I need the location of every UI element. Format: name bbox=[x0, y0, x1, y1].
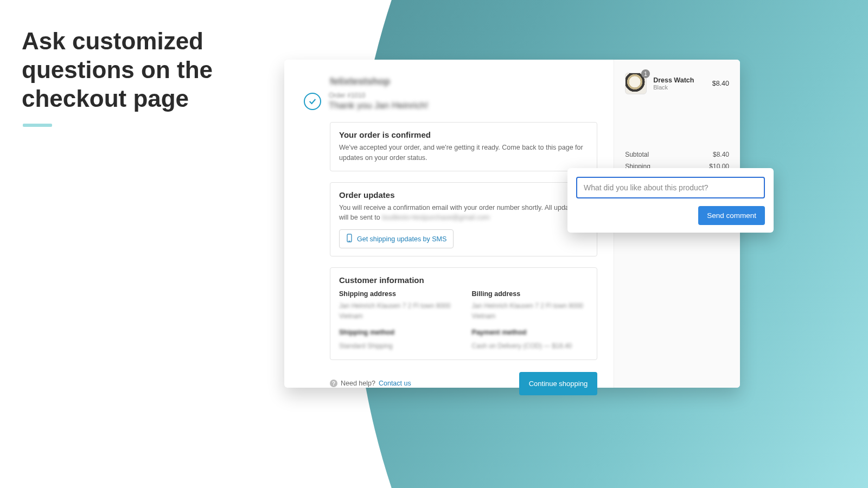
billing-address-heading: Billing address bbox=[472, 290, 589, 298]
customer-info-title: Customer information bbox=[339, 275, 588, 285]
product-qty-badge: 1 bbox=[641, 69, 650, 78]
shipping-method-value: Standard Shipping bbox=[339, 341, 456, 351]
question-icon: ? bbox=[330, 380, 337, 387]
checkout-window: felixtestshop Order #1010 Thank you Jan … bbox=[284, 60, 740, 388]
sms-updates-button[interactable]: Get shipping updates by SMS bbox=[339, 229, 454, 248]
order-confirmed-body: We've accepted your order, and we're get… bbox=[339, 143, 588, 163]
payment-method-value: Cash on Delivery (COD) — $18.40 bbox=[472, 341, 589, 351]
product-price: $8.40 bbox=[712, 80, 729, 87]
order-number: Order #1010 bbox=[329, 92, 428, 99]
billing-address-block: Jan Heinrich Klausen 7 2 Fl town 8000 Vi… bbox=[472, 301, 589, 322]
summary-product-row: 1 Dress Watch Black $8.40 bbox=[625, 73, 729, 94]
order-confirmed-card: Your order is confirmed We've accepted y… bbox=[330, 122, 597, 171]
product-name: Dress Watch bbox=[653, 76, 706, 84]
order-updates-title: Order updates bbox=[339, 190, 588, 200]
shipping-address-block: Jan Heinrich Klausen 7 2 Fl town 8000 Vi… bbox=[339, 301, 456, 322]
checkmark-icon bbox=[304, 93, 321, 110]
checkout-main: felixtestshop Order #1010 Thank you Jan … bbox=[284, 60, 614, 388]
sms-updates-label: Get shipping updates by SMS bbox=[357, 235, 446, 243]
customer-info-card: Customer information Shipping address Ja… bbox=[330, 267, 597, 360]
headline-divider bbox=[23, 124, 52, 127]
thank-you-text: Thank you Jan Heinrich! bbox=[329, 100, 428, 111]
help-prefix: Need help? bbox=[341, 380, 375, 387]
help-text: ? Need help? Contact us bbox=[330, 380, 411, 387]
contact-us-link[interactable]: Contact us bbox=[379, 380, 411, 387]
order-updates-card: Order updates You will receive a confirm… bbox=[330, 182, 597, 257]
shop-name: felixtestshop bbox=[330, 76, 597, 87]
shipping-address-heading: Shipping address bbox=[339, 290, 456, 298]
order-updates-email: loudtests+testpurchase@gmail.com bbox=[382, 214, 490, 221]
shipping-method-heading: Shipping method bbox=[339, 327, 456, 338]
question-input[interactable] bbox=[576, 177, 765, 198]
product-variant: Black bbox=[653, 84, 706, 91]
order-updates-body: You will receive a confirmation email wi… bbox=[339, 203, 588, 223]
continue-shopping-button[interactable]: Continue shopping bbox=[519, 372, 597, 395]
phone-icon bbox=[346, 234, 353, 244]
subtotal-value: $8.40 bbox=[713, 151, 729, 158]
subtotal-label: Subtotal bbox=[625, 151, 649, 158]
payment-method-heading: Payment method bbox=[472, 327, 589, 338]
order-confirmed-title: Your order is confirmed bbox=[339, 130, 588, 139]
question-popup: Send comment bbox=[567, 168, 774, 233]
send-comment-button[interactable]: Send comment bbox=[698, 206, 765, 225]
page-headline: Ask customized questions on the checkout… bbox=[22, 27, 255, 113]
